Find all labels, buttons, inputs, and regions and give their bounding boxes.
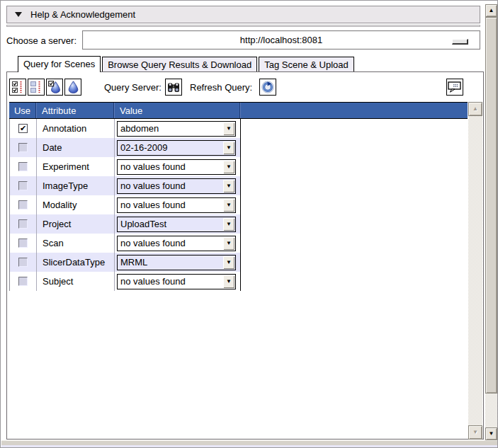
up-arrow-icon: ▲ bbox=[472, 106, 478, 112]
table-row: Modality no values found ▼ bbox=[10, 195, 240, 214]
use-checkbox[interactable] bbox=[18, 143, 28, 152]
tab-tag-scene-upload[interactable]: Tag Scene & Upload bbox=[259, 57, 354, 72]
value-dropdown[interactable]: no values found ▼ bbox=[117, 236, 236, 251]
attribute-cell: SlicerDataType bbox=[37, 253, 115, 272]
attribute-cell: Subject bbox=[37, 272, 115, 291]
combo-arrow-icon: ▼ bbox=[226, 125, 232, 132]
panel-scrollbar-down-button[interactable]: ▼ bbox=[485, 427, 497, 440]
use-checkbox[interactable] bbox=[18, 200, 28, 209]
table-rows: ✔ Annotation abdomen ▼ Date bbox=[9, 119, 241, 291]
value-dropdown-text: MRML bbox=[118, 257, 222, 268]
combo-dropdown-button[interactable]: ▼ bbox=[223, 275, 234, 288]
header-value[interactable]: Value bbox=[114, 103, 240, 118]
value-dropdown-text: no values found bbox=[118, 180, 222, 191]
table-header: Use Attribute Value bbox=[9, 102, 468, 119]
combo-dropdown-button[interactable]: ▼ bbox=[223, 122, 234, 135]
value-cell: no values found ▼ bbox=[115, 195, 240, 214]
attribute-cell: Annotation bbox=[37, 119, 115, 138]
attribute-cell: Experiment bbox=[37, 157, 115, 176]
query-server-button[interactable] bbox=[165, 79, 182, 96]
check-all-values-button[interactable] bbox=[46, 79, 63, 96]
header-attribute[interactable]: Attribute bbox=[36, 103, 114, 118]
blank-all-values-button[interactable] bbox=[64, 79, 81, 96]
value-cell: abdomen ▼ bbox=[115, 119, 240, 138]
panel-scrollbar-thumb[interactable] bbox=[485, 17, 497, 394]
table-row: ✔ Annotation abdomen ▼ bbox=[10, 119, 240, 138]
use-checkbox[interactable] bbox=[18, 219, 28, 229]
header-empty bbox=[240, 103, 468, 118]
combo-dropdown-button[interactable]: ▼ bbox=[223, 142, 234, 154]
value-cell: no values found ▼ bbox=[115, 234, 240, 253]
server-dropdown[interactable]: http://localhost:8081 bbox=[82, 30, 480, 50]
use-cell bbox=[10, 272, 37, 291]
droplet-icon bbox=[68, 81, 79, 93]
table-row: Scan no values found ▼ bbox=[10, 234, 240, 253]
table-scrollbar-down-button: ▼ bbox=[468, 425, 482, 440]
combo-dropdown-button[interactable]: ▼ bbox=[223, 256, 234, 269]
select-all-rows-button[interactable] bbox=[9, 79, 26, 96]
help-acknowledgement-panel-header[interactable]: Help & Acknowledgement bbox=[6, 6, 480, 23]
value-dropdown[interactable]: MRML ▼ bbox=[117, 255, 236, 270]
value-dropdown-text: abdomen bbox=[118, 123, 222, 134]
checked-list-icon bbox=[12, 81, 23, 93]
refresh-query-label: Refresh Query: bbox=[190, 82, 252, 93]
value-dropdown[interactable]: no values found ▼ bbox=[117, 178, 236, 194]
value-dropdown-text: 02-16-2009 bbox=[118, 142, 222, 153]
use-cell bbox=[10, 234, 37, 253]
message-button[interactable] bbox=[446, 79, 463, 96]
combo-dropdown-button[interactable]: ▼ bbox=[223, 161, 234, 173]
tab-browse-query-results[interactable]: Browse Query Results & Download bbox=[102, 57, 257, 72]
value-dropdown-text: no values found bbox=[118, 276, 222, 287]
value-dropdown[interactable]: no values found ▼ bbox=[117, 159, 236, 175]
value-dropdown[interactable]: no values found ▼ bbox=[117, 197, 236, 213]
combo-arrow-icon: ▼ bbox=[226, 202, 232, 208]
attribute-cell: Scan bbox=[37, 234, 115, 253]
use-cell bbox=[10, 214, 37, 234]
down-arrow-icon: ▼ bbox=[489, 431, 494, 437]
up-arrow-icon: ▲ bbox=[489, 8, 494, 13]
server-dropdown-value: http://localhost:8081 bbox=[240, 35, 322, 45]
combo-dropdown-button[interactable]: ▼ bbox=[223, 218, 234, 231]
use-cell: ✔ bbox=[10, 119, 37, 138]
value-cell: no values found ▼ bbox=[115, 176, 240, 195]
down-arrow-icon: ▼ bbox=[472, 430, 478, 435]
attribute-cell: Project bbox=[37, 214, 115, 234]
use-checkbox[interactable] bbox=[18, 162, 28, 171]
panel-scrollbar-up-button[interactable]: ▲ bbox=[485, 4, 497, 17]
attribute-cell: Modality bbox=[37, 195, 115, 214]
combo-arrow-icon: ▼ bbox=[226, 163, 232, 170]
tab-query-for-scenes[interactable]: Query for Scenes bbox=[18, 56, 101, 72]
value-dropdown[interactable]: UploadTest ▼ bbox=[117, 217, 236, 232]
attribute-label: SlicerDataType bbox=[43, 257, 105, 268]
value-dropdown-text: UploadTest bbox=[118, 219, 222, 229]
combo-dropdown-button[interactable]: ▼ bbox=[223, 237, 234, 250]
use-checkbox[interactable] bbox=[18, 181, 28, 190]
choose-server-label: Choose a server: bbox=[6, 35, 77, 46]
use-checkbox[interactable] bbox=[18, 277, 28, 286]
value-cell: UploadTest ▼ bbox=[115, 214, 240, 234]
use-cell bbox=[10, 195, 37, 214]
deselect-all-rows-button[interactable] bbox=[28, 79, 45, 96]
table-scrollbar-up-button: ▲ bbox=[468, 102, 482, 116]
table-row: Subject no values found ▼ bbox=[10, 272, 240, 291]
use-checkbox[interactable] bbox=[18, 239, 28, 248]
value-dropdown[interactable]: abdomen ▼ bbox=[117, 121, 236, 137]
value-dropdown-text: no values found bbox=[118, 200, 222, 210]
use-checkbox[interactable] bbox=[18, 258, 28, 267]
binoculars-icon bbox=[167, 82, 180, 93]
speech-bubble-icon bbox=[448, 81, 462, 93]
use-checkbox[interactable]: ✔ bbox=[18, 124, 28, 133]
value-dropdown[interactable]: 02-16-2009 ▼ bbox=[117, 140, 236, 156]
value-dropdown[interactable]: no values found ▼ bbox=[117, 274, 236, 289]
refresh-icon bbox=[261, 81, 274, 93]
unchecked-list-icon bbox=[30, 81, 42, 93]
attribute-cell: ImageType bbox=[37, 176, 115, 195]
combo-dropdown-button[interactable]: ▼ bbox=[223, 180, 234, 193]
refresh-query-button[interactable] bbox=[259, 79, 276, 96]
header-use[interactable]: Use bbox=[9, 103, 36, 118]
use-cell bbox=[10, 176, 37, 195]
combo-arrow-icon: ▼ bbox=[226, 278, 232, 285]
combo-dropdown-button[interactable]: ▼ bbox=[223, 199, 234, 212]
server-dropdown-indicator-icon bbox=[452, 39, 468, 45]
table-row: ImageType no values found ▼ bbox=[10, 176, 240, 195]
